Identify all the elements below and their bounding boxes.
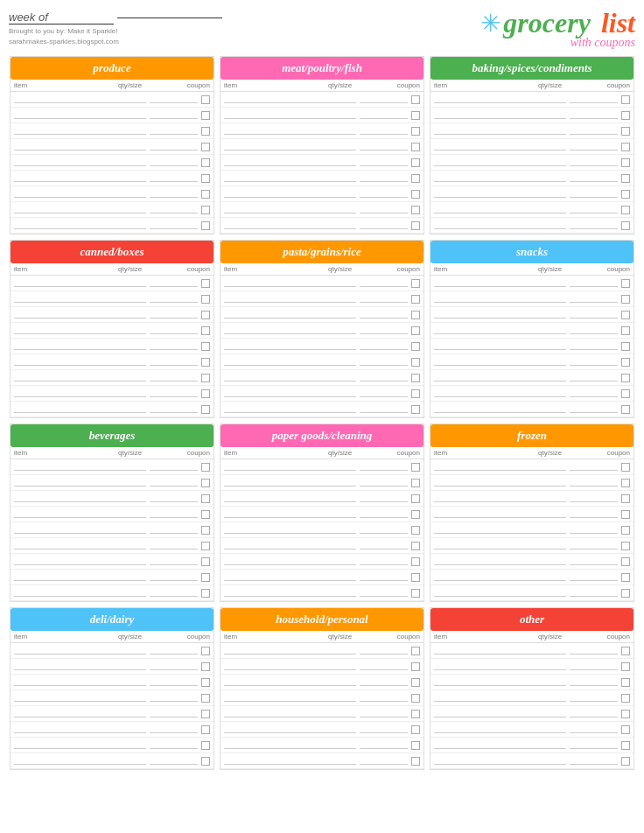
qty-line[interactable] bbox=[360, 412, 408, 413]
qty-line[interactable] bbox=[150, 134, 198, 135]
item-line[interactable] bbox=[224, 732, 356, 733]
item-line[interactable] bbox=[14, 486, 146, 486]
qty-line[interactable] bbox=[150, 564, 198, 565]
qty-line[interactable] bbox=[360, 580, 408, 581]
item-line[interactable] bbox=[224, 213, 356, 214]
item-line[interactable] bbox=[224, 333, 356, 334]
item-line[interactable] bbox=[14, 197, 146, 198]
coupon-checkbox[interactable] bbox=[621, 95, 630, 104]
item-line[interactable] bbox=[224, 302, 356, 303]
item-line[interactable] bbox=[434, 470, 566, 471]
qty-line[interactable] bbox=[150, 333, 198, 334]
coupon-checkbox[interactable] bbox=[201, 279, 210, 288]
coupon-checkbox[interactable] bbox=[201, 479, 210, 487]
item-line[interactable] bbox=[14, 333, 146, 334]
coupon-checkbox[interactable] bbox=[621, 342, 630, 351]
qty-line[interactable] bbox=[150, 197, 198, 198]
item-line[interactable] bbox=[434, 517, 566, 518]
qty-line[interactable] bbox=[570, 349, 618, 350]
coupon-checkbox[interactable] bbox=[411, 757, 420, 766]
qty-line[interactable] bbox=[360, 564, 408, 565]
item-line[interactable] bbox=[224, 701, 356, 702]
coupon-checkbox[interactable] bbox=[621, 174, 630, 183]
item-line[interactable] bbox=[434, 580, 566, 581]
item-line[interactable] bbox=[224, 318, 356, 318]
coupon-checkbox[interactable] bbox=[621, 678, 630, 687]
item-line[interactable] bbox=[14, 165, 146, 166]
qty-line[interactable] bbox=[150, 533, 198, 534]
qty-line[interactable] bbox=[360, 286, 408, 287]
coupon-checkbox[interactable] bbox=[621, 206, 630, 214]
item-line[interactable] bbox=[14, 669, 146, 670]
item-line[interactable] bbox=[224, 533, 356, 534]
qty-line[interactable] bbox=[150, 596, 198, 597]
item-line[interactable] bbox=[224, 412, 356, 413]
coupon-checkbox[interactable] bbox=[411, 358, 420, 367]
qty-line[interactable] bbox=[570, 118, 618, 119]
item-line[interactable] bbox=[224, 501, 356, 502]
qty-line[interactable] bbox=[570, 596, 618, 597]
coupon-checkbox[interactable] bbox=[201, 557, 210, 566]
item-line[interactable] bbox=[434, 549, 566, 550]
coupon-checkbox[interactable] bbox=[411, 342, 420, 351]
qty-line[interactable] bbox=[360, 302, 408, 303]
qty-line[interactable] bbox=[570, 717, 618, 718]
coupon-checkbox[interactable] bbox=[201, 573, 210, 582]
coupon-checkbox[interactable] bbox=[411, 526, 420, 535]
qty-line[interactable] bbox=[150, 654, 198, 654]
item-line[interactable] bbox=[14, 228, 146, 229]
coupon-checkbox[interactable] bbox=[621, 358, 630, 367]
qty-line[interactable] bbox=[150, 412, 198, 413]
coupon-checkbox[interactable] bbox=[621, 479, 630, 487]
coupon-checkbox[interactable] bbox=[621, 221, 630, 230]
qty-line[interactable] bbox=[570, 228, 618, 229]
coupon-checkbox[interactable] bbox=[201, 542, 210, 550]
qty-line[interactable] bbox=[150, 764, 198, 765]
item-line[interactable] bbox=[14, 181, 146, 182]
coupon-checkbox[interactable] bbox=[201, 463, 210, 472]
item-line[interactable] bbox=[14, 118, 146, 119]
coupon-checkbox[interactable] bbox=[621, 589, 630, 598]
qty-line[interactable] bbox=[360, 748, 408, 749]
item-line[interactable] bbox=[14, 134, 146, 135]
qty-line[interactable] bbox=[570, 197, 618, 198]
coupon-checkbox[interactable] bbox=[621, 127, 630, 136]
qty-line[interactable] bbox=[570, 412, 618, 413]
item-line[interactable] bbox=[434, 302, 566, 303]
qty-line[interactable] bbox=[150, 470, 198, 471]
coupon-checkbox[interactable] bbox=[201, 662, 210, 671]
item-line[interactable] bbox=[14, 302, 146, 303]
item-line[interactable] bbox=[224, 580, 356, 581]
coupon-checkbox[interactable] bbox=[411, 589, 420, 598]
item-line[interactable] bbox=[224, 549, 356, 550]
item-line[interactable] bbox=[224, 349, 356, 350]
qty-line[interactable] bbox=[150, 213, 198, 214]
item-line[interactable] bbox=[434, 748, 566, 749]
item-line[interactable] bbox=[224, 165, 356, 166]
qty-line[interactable] bbox=[150, 580, 198, 581]
item-line[interactable] bbox=[14, 412, 146, 413]
item-line[interactable] bbox=[224, 764, 356, 765]
coupon-checkbox[interactable] bbox=[621, 526, 630, 535]
qty-line[interactable] bbox=[150, 486, 198, 486]
coupon-checkbox[interactable] bbox=[411, 143, 420, 151]
qty-line[interactable] bbox=[570, 102, 618, 103]
item-line[interactable] bbox=[434, 717, 566, 718]
coupon-checkbox[interactable] bbox=[411, 221, 420, 230]
item-line[interactable] bbox=[434, 165, 566, 166]
coupon-checkbox[interactable] bbox=[621, 694, 630, 703]
item-line[interactable] bbox=[14, 286, 146, 287]
coupon-checkbox[interactable] bbox=[411, 295, 420, 304]
qty-line[interactable] bbox=[150, 318, 198, 318]
qty-line[interactable] bbox=[150, 102, 198, 103]
qty-line[interactable] bbox=[570, 654, 618, 654]
qty-line[interactable] bbox=[570, 533, 618, 534]
coupon-checkbox[interactable] bbox=[201, 589, 210, 598]
coupon-checkbox[interactable] bbox=[621, 295, 630, 304]
coupon-checkbox[interactable] bbox=[411, 725, 420, 734]
qty-line[interactable] bbox=[150, 302, 198, 303]
coupon-checkbox[interactable] bbox=[411, 111, 420, 120]
qty-line[interactable] bbox=[570, 701, 618, 702]
coupon-checkbox[interactable] bbox=[201, 295, 210, 304]
coupon-checkbox[interactable] bbox=[411, 311, 420, 319]
